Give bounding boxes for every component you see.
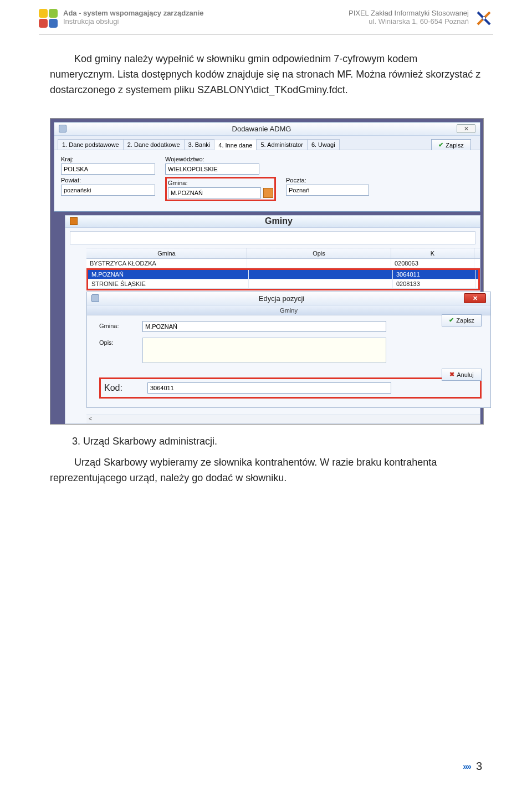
logo-left [39,9,58,28]
label-powiat: Powiat: [61,177,155,183]
grid-row[interactable]: STRONIE ŚLĄSKIE 0208133 [88,279,478,289]
check-icon: ✔ [438,141,443,149]
doc-title: Ada - system wspomagający zarządzanie [63,9,204,17]
input-powiat[interactable] [61,185,155,196]
label-kod: Kod: [104,383,137,393]
window-edycja-pozycji: Edycja pozycji ✕ Gminy ✔Zapisz Gmina: Op… [86,292,491,408]
close-button[interactable]: ✕ [464,293,486,303]
grid-row-selected[interactable]: M.POZNAŃ 3064011 [88,270,478,279]
grid-gminy: Gmina Opis K BYSTRZYCA KŁODZKA 0208063 M… [86,248,480,290]
tabs: 1. Dane podstawowe 2. Dane dodatkowe 3. … [54,136,480,150]
highlighted-rows: M.POZNAŃ 3064011 STRONIE ŚLĄSKIE 0208133 [86,268,480,290]
anuluj-label: Anuluj [457,371,474,378]
company-address: ul. Winiarska 1, 60-654 Poznań [349,17,469,25]
cell-opis [247,259,391,268]
svg-point-0 [482,17,485,20]
label-wojewodztwo: Województwo: [165,156,259,162]
input-poczta[interactable] [286,185,369,196]
tab-administrator[interactable]: 5. Administrator [256,139,307,150]
tab-dane-dodatkowe[interactable]: 2. Dane dodatkowe [123,139,185,150]
doc-subtitle: Instrukcja obsługi [63,17,204,25]
app-screenshot: Dodawanie ADMG ✕ 1. Dane podstawowe 2. D… [50,118,484,425]
label-gmina: Gmina: [168,180,273,186]
scrollbar[interactable] [86,415,480,423]
label-gmina: Gmina: [99,321,132,329]
cell-gmina: BYSTRZYCA KŁODZKA [86,259,247,268]
input-edit-gmina[interactable] [142,321,386,332]
lookup-icon[interactable] [263,188,273,198]
panel-icon [70,217,78,225]
check-icon: ✔ [449,317,454,324]
zapisz-button[interactable]: ✔Zapisz [442,314,482,326]
paragraph-2: Urząd Skarbowy wybieramy ze słownika kon… [50,455,482,486]
textarea-opis[interactable] [142,338,386,363]
col-kod[interactable]: K [391,248,474,258]
kod-highlight: Kod: [99,377,482,399]
zapisz-label: Zapisz [446,142,463,149]
input-kraj[interactable] [61,164,155,175]
logo-right [474,9,493,28]
cell-kod: 3064011 [393,270,476,279]
close-button[interactable]: ✕ [457,124,475,133]
cell-kod: 0208063 [391,259,474,268]
tab-dane-podstawowe[interactable]: 1. Dane podstawowe [58,139,124,150]
paragraph-1: Kod gminy należy wypełnić w słowniku gmi… [50,52,482,98]
label-kraj: Kraj: [61,156,155,162]
edit-window-title: Edycja pozycji [99,294,464,303]
tab-uwagi[interactable]: 6. Uwagi [307,139,340,150]
panel-title: Gminy [82,216,475,226]
x-icon: ✖ [449,371,454,378]
list-item-3: 3. Urząd Skarbowy administracji. [0,425,532,455]
cell-kod: 0208133 [393,279,476,288]
tab-banki[interactable]: 3. Banki [184,139,215,150]
cell-opis [249,279,393,288]
cell-gmina: STRONIE ŚLĄSKIE [88,279,249,288]
col-gmina[interactable]: Gmina [86,248,247,258]
company-name: PIXEL Zakład Informatyki Stosowanej [349,9,469,17]
col-opis[interactable]: Opis [247,248,391,258]
input-gmina[interactable] [168,187,261,198]
zapisz-button[interactable]: ✔Zapisz [431,139,471,151]
zapisz-label: Zapisz [456,317,474,324]
input-kod[interactable] [147,382,391,394]
panel-gminy: Gminy Gmina Opis K BYSTRZYCA KŁODZKA 020… [65,215,480,424]
window-title: Dodawanie ADMG [66,125,457,133]
window-dodawanie-admg: Dodawanie ADMG ✕ 1. Dane podstawowe 2. D… [54,122,480,212]
grid-row[interactable]: BYSTRZYCA KŁODZKA 0208063 [86,259,480,268]
edit-subheader: Gminy [87,305,490,315]
anuluj-button[interactable]: ✖Anuluj [442,369,482,381]
filter-bar[interactable] [70,231,475,244]
label-opis: Opis: [99,338,132,346]
label-poczta: Poczta: [286,177,369,183]
cell-opis [249,270,393,279]
cell-gmina: M.POZNAŃ [88,270,249,279]
input-wojewodztwo[interactable] [165,164,259,175]
tab-inne-dane[interactable]: 4. Inne dane [214,140,257,150]
window-icon [59,125,66,132]
chevron-icon: »» [463,762,470,772]
window-icon [91,294,99,302]
page-number: 3 [476,760,482,773]
